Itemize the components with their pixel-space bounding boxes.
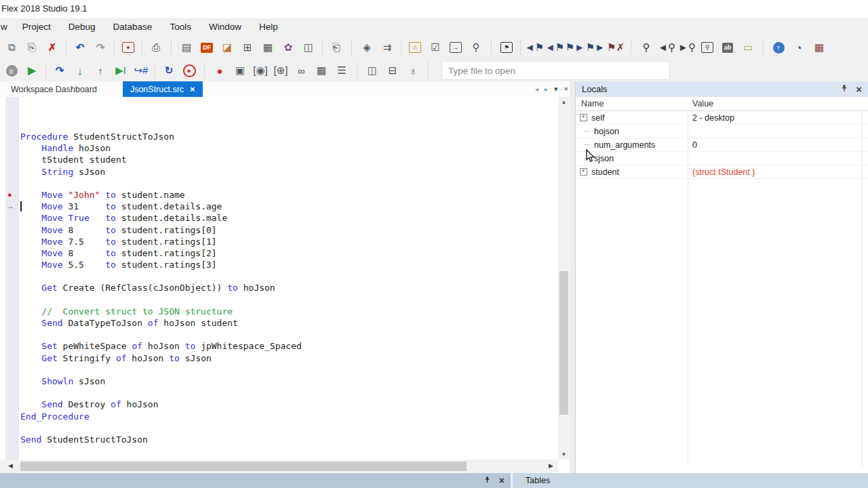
code-line[interactable]: Move 8 to student.ratings[2] — [20, 247, 558, 259]
new-file-icon[interactable]: ⎗ — [328, 39, 345, 56]
code-line[interactable] — [20, 294, 558, 306]
code-line[interactable]: Set peWhiteSpace of hoJson to jpWhitespa… — [20, 340, 558, 352]
close-panel-icon[interactable]: × — [856, 84, 862, 94]
code-line[interactable] — [20, 178, 558, 189]
scroll-down-icon[interactable]: ▼ — [558, 451, 570, 458]
bookmark-toggle-icon[interactable]: ⚑ — [498, 39, 515, 56]
column-divider[interactable] — [688, 110, 688, 468]
start-debug-icon[interactable]: ▶ — [23, 62, 41, 79]
style-palette-icon[interactable]: ✿ — [279, 39, 297, 56]
code-line[interactable]: Move True to student.details.male — [20, 212, 558, 224]
code-line[interactable]: Procedure StudentStructToJson — [20, 131, 558, 142]
menu-item-window[interactable]: Window — [200, 22, 250, 32]
object-explorer-icon[interactable]: ⊞ — [239, 39, 256, 56]
close-bottom-panel-icon[interactable]: × — [499, 476, 505, 485]
database-builder-icon[interactable]: ⊟ — [384, 62, 401, 79]
code-line[interactable] — [20, 364, 558, 375]
tab-list-icon[interactable]: ▾ — [554, 85, 558, 93]
pin-icon[interactable] — [484, 474, 491, 487]
collect-icon[interactable]: ▭ — [739, 39, 757, 56]
scroll-up-icon[interactable]: ▲ — [558, 99, 570, 105]
editor-horizontal-scrollbar[interactable]: ◀ ▶ — [0, 460, 558, 473]
print-icon[interactable]: ⎙ — [147, 39, 165, 56]
code-line[interactable]: String sJson — [20, 166, 558, 178]
locals-window-icon[interactable]: ∞ — [292, 62, 310, 79]
locals-row-sjson[interactable]: sjson — [576, 152, 868, 165]
goto-icon[interactable]: → — [447, 39, 465, 56]
code-line[interactable] — [20, 270, 558, 282]
scroll-right-icon[interactable]: ▶ — [549, 463, 553, 469]
quick-watch-icon[interactable]: [⊕] — [272, 62, 290, 79]
pin-icon[interactable] — [840, 84, 848, 95]
bookmark-last-icon[interactable]: ⚑► — [587, 39, 604, 56]
copy-icon[interactable]: ⧉ — [3, 39, 20, 56]
menu-item-project[interactable]: Project — [14, 22, 60, 32]
code-editor[interactable]: Procedure StudentStructToJson Handle hoJ… — [0, 97, 570, 473]
help-icon[interactable]: ? — [770, 39, 787, 56]
vertical-scroll-thumb[interactable] — [559, 271, 568, 415]
breakpoint-icon[interactable]: ● — [7, 190, 12, 199]
workflow-icon[interactable]: ⇉ — [378, 39, 396, 56]
search-next-icon[interactable]: ►⚲ — [678, 39, 696, 56]
replace-icon[interactable]: ab — [719, 39, 736, 56]
code-line[interactable]: End_Procedure — [20, 411, 558, 422]
locals-row-num_arguments[interactable]: num_arguments0 — [576, 138, 868, 152]
undo-icon[interactable]: ↶ — [71, 39, 89, 56]
code-line[interactable] — [20, 422, 558, 434]
code-line[interactable]: Send Destroy of hoJson — [20, 399, 558, 410]
find-in-files-icon[interactable]: ⚲ — [698, 39, 716, 56]
code-line[interactable]: Move 7.5 to student.ratings[1] — [20, 236, 558, 247]
bookmark-next-icon[interactable]: ⚑► — [566, 39, 584, 56]
restart-icon[interactable]: ↻ — [160, 62, 178, 79]
code-line[interactable]: // Convert struct to JSON structure — [20, 306, 558, 317]
paste-icon[interactable]: ⎘ — [23, 39, 41, 56]
code-line[interactable]: Handle hoJson — [20, 142, 558, 154]
scroll-left-icon[interactable]: ◀ — [8, 463, 13, 469]
menu-item-tools[interactable]: Tools — [161, 22, 200, 32]
toggle-breakpoint-icon[interactable]: ● — [211, 62, 229, 79]
code-line[interactable]: Get Stringify of hoJson to sJson — [20, 352, 558, 364]
warnings-icon[interactable]: ⚠ — [406, 39, 424, 56]
cells-icon[interactable]: ▦ — [810, 39, 828, 56]
code-line[interactable] — [20, 387, 558, 399]
tab-close-icon[interactable]: × — [564, 85, 568, 93]
code-text-area[interactable]: Procedure StudentStructToJson Handle hoJ… — [19, 97, 558, 460]
code-line[interactable]: Showln sJson — [20, 375, 558, 387]
horizontal-scroll-thumb[interactable] — [20, 462, 467, 471]
expand-icon[interactable]: + — [580, 114, 587, 121]
bookmark-clear-icon[interactable]: ⚑✗ — [607, 39, 625, 56]
panels-icon[interactable]: ▤ — [178, 39, 195, 56]
step-into-icon[interactable]: ↓ — [71, 62, 89, 79]
code-line[interactable]: Get Create (RefClass(cJsonObject)) to ho… — [20, 282, 558, 293]
tasks-icon[interactable]: ☑ — [427, 39, 444, 56]
menu-item-help[interactable]: Help — [250, 22, 287, 32]
run-to-cursor-icon[interactable]: ▶I — [112, 62, 130, 79]
locals-row-hojson[interactable]: hojson — [576, 125, 868, 138]
code-line[interactable]: Move 5.5 to student.ratings[3] — [20, 259, 558, 270]
tab-jsonstruct-src[interactable]: JsonStruct.src× — [123, 81, 203, 97]
step-over-icon[interactable]: ↷ — [51, 62, 68, 79]
web-app-icon[interactable]: ♁ — [404, 62, 422, 79]
compile-icon[interactable]: ● — [119, 39, 137, 56]
editor-vertical-scrollbar[interactable]: ▲ ▼ — [558, 97, 570, 460]
stop-debug-icon[interactable]: ■ — [180, 62, 198, 79]
editor-gutter[interactable] — [5, 97, 19, 460]
locals-row-student[interactable]: +student(struct tStudent ) — [576, 165, 868, 179]
deploy-icon[interactable]: ◈ — [358, 39, 376, 56]
about-icon[interactable]: ◔ — [790, 39, 808, 56]
tab-workspace-dashboard[interactable]: Workspace Dashboard — [0, 81, 108, 97]
code-line[interactable]: Send DataTypeToJson of hoJson student — [20, 317, 558, 329]
step-out-icon[interactable]: ↑ — [92, 62, 109, 79]
preview-search-icon[interactable]: ⚲ — [467, 39, 485, 56]
code-line[interactable]: Move "John" to student.name — [20, 189, 558, 201]
code-line[interactable]: tStudent student — [20, 154, 558, 165]
redo-icon[interactable]: ↷ — [92, 39, 109, 56]
dataflex-icon[interactable]: DF — [198, 39, 216, 56]
bookmark-first-icon[interactable]: ◄⚑ — [526, 39, 543, 56]
code-line[interactable]: Move 8 to student.ratings[0] — [20, 224, 558, 236]
menu-item-w[interactable]: w — [0, 22, 14, 32]
delete-icon[interactable]: ✗ — [43, 39, 61, 56]
set-next-statement-icon[interactable]: ↪# — [132, 62, 150, 79]
code-line[interactable] — [20, 329, 558, 340]
panel-splitter[interactable] — [570, 81, 575, 473]
